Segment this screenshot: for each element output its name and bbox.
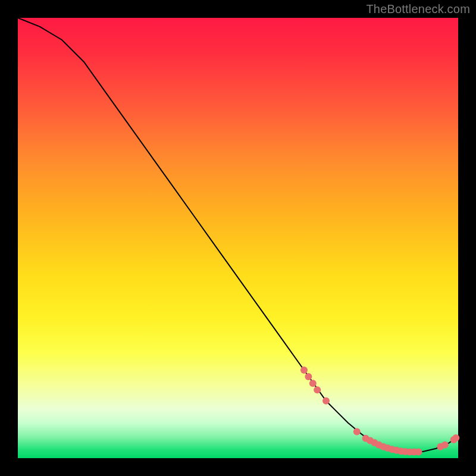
data-marker bbox=[452, 434, 459, 441]
data-marker bbox=[415, 449, 422, 456]
data-markers bbox=[300, 367, 459, 456]
data-marker bbox=[314, 386, 321, 393]
data-marker bbox=[300, 367, 308, 374]
data-marker bbox=[305, 373, 312, 380]
watermark-text: TheBottleneck.com bbox=[366, 2, 470, 16]
data-marker bbox=[309, 380, 317, 387]
chart-svg bbox=[18, 18, 458, 458]
chart-frame: TheBottleneck.com bbox=[0, 0, 476, 476]
bottleneck-curve bbox=[18, 18, 458, 452]
data-marker bbox=[441, 441, 449, 449]
chart-plot-area bbox=[18, 18, 458, 458]
data-marker bbox=[353, 428, 361, 436]
data-marker bbox=[322, 397, 330, 405]
